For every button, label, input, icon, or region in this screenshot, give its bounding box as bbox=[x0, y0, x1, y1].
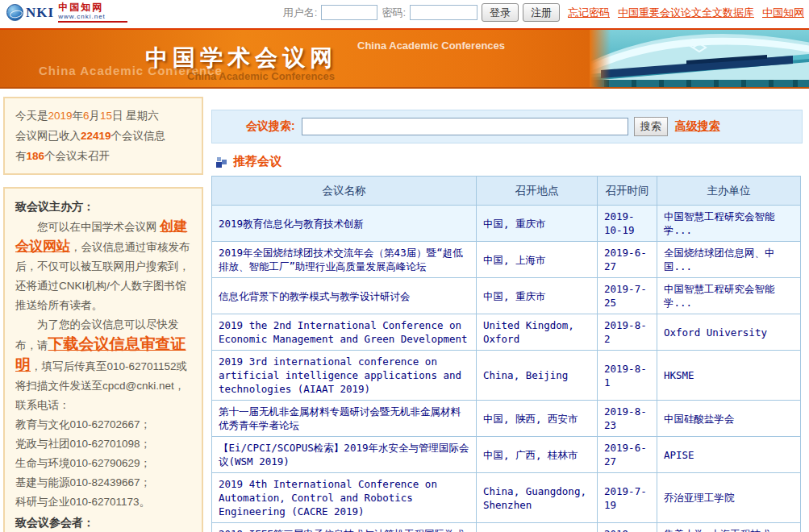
conference-table: 会议名称 召开地点 召开时间 主办单位 2019教育信息化与教育技术创新中国, … bbox=[211, 176, 801, 532]
conference-organizer-cell: Oxford University bbox=[657, 314, 801, 351]
conference-row: 2019 the 2nd International Conference on… bbox=[212, 314, 801, 351]
username-input[interactable] bbox=[321, 5, 377, 20]
advanced-search-link[interactable]: 高级搜索 bbox=[675, 119, 720, 134]
text-segment: 186 bbox=[27, 150, 45, 162]
attendee-notice-heading: 致会议参会者： bbox=[15, 512, 191, 532]
site-banner: China Academic Conferences China Academi… bbox=[0, 28, 809, 89]
conference-date-cell: 2019-8-2 bbox=[598, 314, 657, 351]
conference-name-cell: 2019 IEEE第三届电子信息技术与计算机工程国际学术会议（EITCE 201… bbox=[212, 523, 477, 532]
text-segment: 6 bbox=[83, 110, 90, 122]
conference-name-link[interactable]: 信息化背景下的教学模式与教学设计研讨会 bbox=[219, 290, 411, 302]
conference-date-cell: 2019-7-19 bbox=[598, 473, 657, 523]
main-content: 会议搜索: 搜索 高级搜索 推荐会议 会议名称 召开地点 召开时间 主办单位 2… bbox=[211, 93, 803, 532]
column-header-name: 会议名称 bbox=[212, 177, 477, 206]
stats-line-total: 会议网已收入22419个会议信息 bbox=[15, 126, 191, 146]
conference-row: 信息化背景下的教学模式与教学设计研讨会中国, 重庆市2019-7-25中国智慧工… bbox=[212, 278, 801, 314]
conference-search-input[interactable] bbox=[302, 118, 628, 135]
text-segment: 日 星期六 bbox=[112, 110, 159, 122]
site-title: 中国学术会议网 bbox=[145, 43, 337, 73]
text-segment: 个会议未召开 bbox=[44, 150, 110, 162]
conference-date-cell: 2019-7-25 bbox=[598, 278, 657, 314]
left-sidebar: 今天是2019年6月15日 星期六 会议网已收入22419个会议信息 有186个… bbox=[3, 97, 203, 532]
conference-row: 【Ei/CPCI/SCOPUS检索】2019年水安全与管理国际会议(WSM 20… bbox=[212, 437, 801, 473]
organizer-notice-paragraph-1: 您可以在中国学术会议网 创建会议网站，会议信息通过审核发布后，不仅可以被互联网用… bbox=[15, 217, 191, 315]
conference-organizer-cell: APISE bbox=[657, 437, 801, 473]
conference-row: 2019 IEEE第三届电子信息技术与计算机工程国际学术会议（EITCE 201… bbox=[212, 523, 801, 532]
text-segment: 今天是 bbox=[15, 110, 48, 122]
conference-name-link[interactable]: 【Ei/CPCI/SCOPUS检索】2019年水安全与管理国际会议(WSM 20… bbox=[219, 442, 469, 468]
conference-name-link[interactable]: 第十一届无机非金属材料专题研讨会暨无机非金属材料优秀青年学者论坛 bbox=[219, 405, 461, 431]
conference-place-cell: 中国, 福建, 厦门市 bbox=[477, 523, 598, 532]
text-segment: 年 bbox=[73, 110, 84, 122]
username-label: 用户名: bbox=[283, 6, 318, 20]
password-input[interactable] bbox=[410, 5, 477, 20]
conference-organizer-cell: 集美大学;上海工程技术大... bbox=[657, 523, 801, 532]
conference-search-bar: 会议搜索: 搜索 高级搜索 bbox=[211, 110, 803, 143]
register-button[interactable]: 注册 bbox=[523, 3, 560, 22]
conference-place-cell: China, Beijing bbox=[477, 351, 598, 401]
cnki-globe-icon bbox=[6, 4, 23, 21]
conference-name-cell: 第十一届无机非金属材料专题研讨会暨无机非金属材料优秀青年学者论坛 bbox=[212, 401, 477, 437]
conference-place-cell: 中国, 广西, 桂林市 bbox=[477, 437, 598, 473]
section-squares-icon bbox=[216, 156, 227, 168]
organizer-notice-heading: 致会议主办方： bbox=[15, 196, 191, 217]
conference-name-link[interactable]: 2019教育信息化与教育技术创新 bbox=[219, 218, 364, 230]
cnki-logo-nki: NKI bbox=[26, 5, 54, 21]
column-header-place: 召开地点 bbox=[477, 177, 598, 206]
text-segment: ，填写后传真至010-62701152或将扫描文件发送至cpcd@cnki.ne… bbox=[15, 360, 187, 411]
conference-place-cell: United Kingdom, Oxford bbox=[477, 314, 598, 351]
forgot-password-link[interactable]: 忘记密码 bbox=[568, 6, 610, 20]
conference-organizer-cell: HKSME bbox=[657, 351, 801, 401]
conference-name-cell: 2019年全国烧结球团技术交流年会（第43届）暨“超低排放、智能工厂”助理行业高… bbox=[212, 242, 477, 278]
notice-box: 致会议主办方： 您可以在中国学术会议网 创建会议网站，会议信息通过审核发布后，不… bbox=[3, 187, 203, 532]
column-header-organizer: 主办单位 bbox=[657, 177, 801, 206]
phone-line: 生命与环境010-62790629； bbox=[15, 454, 191, 473]
stats-box: 今天是2019年6月15日 星期六 会议网已收入22419个会议信息 有186个… bbox=[3, 97, 203, 175]
conference-place-cell: 中国, 重庆市 bbox=[477, 278, 598, 314]
text-segment: 您可以在中国学术会议网 bbox=[15, 221, 160, 233]
conference-date-cell: 2019-6-27 bbox=[598, 242, 657, 278]
text-segment: 有 bbox=[15, 150, 27, 162]
conference-proceedings-db-link[interactable]: 中国重要会议论文全文数据库 bbox=[618, 6, 754, 20]
column-header-date: 召开时间 bbox=[598, 177, 657, 206]
cnki-home-link[interactable]: 中国知网 bbox=[762, 6, 804, 20]
conference-organizer-cell: 乔治亚理工学院 bbox=[657, 473, 801, 523]
top-bar: NKI 中国知网 www.cnki.net 用户名: 密码: 登录 注册 忘记密… bbox=[0, 0, 809, 28]
search-label: 会议搜索: bbox=[246, 119, 295, 134]
conference-date-cell: 2019-6-27 bbox=[598, 437, 657, 473]
conference-name-cell: 2019教育信息化与教育技术创新 bbox=[212, 206, 477, 242]
cnki-logo-chinese: 中国知网 bbox=[58, 2, 127, 12]
conference-name-cell: 【Ei/CPCI/SCOPUS检索】2019年水安全与管理国际会议(WSM 20… bbox=[212, 437, 477, 473]
stats-line-upcoming: 有186个会议未召开 bbox=[15, 146, 191, 166]
cnki-logo[interactable]: NKI 中国知网 www.cnki.net bbox=[6, 2, 127, 23]
conference-name-link[interactable]: 2019 the 2nd International Conference on… bbox=[219, 319, 468, 345]
phone-line: 教育与文化010-62702667； bbox=[15, 415, 191, 434]
conference-name-link[interactable]: 2019 4th International Conference on Aut… bbox=[219, 478, 437, 517]
conference-place-cell: 中国, 重庆市 bbox=[477, 206, 598, 242]
phone-line: 党政与社团010-62701098； bbox=[15, 434, 191, 454]
conference-date-cell: 2019-10-18 bbox=[598, 523, 657, 532]
conference-row: 第十一届无机非金属材料专题研讨会暨无机非金属材料优秀青年学者论坛中国, 陕西, … bbox=[212, 401, 801, 437]
conference-place-cell: China, Guangdong, Shenzhen bbox=[477, 473, 598, 523]
phone-line: 基建与能源010-82439667； bbox=[15, 473, 191, 493]
recommended-conferences-title: 推荐会议 bbox=[233, 154, 281, 169]
login-button[interactable]: 登录 bbox=[482, 3, 519, 22]
table-header-row: 会议名称 召开地点 召开时间 主办单位 bbox=[212, 177, 801, 206]
conference-date-cell: 2019-10-19 bbox=[598, 206, 657, 242]
text-segment: 2019 bbox=[48, 110, 73, 122]
conference-place-cell: 中国, 陕西, 西安市 bbox=[477, 401, 598, 437]
cnki-logo-url: www.cnki.net bbox=[58, 14, 127, 20]
conference-name-cell: 2019 3rd international conference on art… bbox=[212, 351, 477, 401]
text-segment: 22419 bbox=[81, 130, 111, 142]
conference-row: 2019年全国烧结球团技术交流年会（第43届）暨“超低排放、智能工厂”助理行业高… bbox=[212, 242, 801, 278]
phone-line: 科研与企业010-62701173。 bbox=[15, 493, 191, 512]
conference-name-link[interactable]: 2019 IEEE第三届电子信息技术与计算机工程国际学术会议（EITCE 201… bbox=[219, 528, 465, 532]
conference-organizer-cell: 中国硅酸盐学会 bbox=[657, 401, 801, 437]
conference-name-link[interactable]: 2019年全国烧结球团技术交流年会（第43届）暨“超低排放、智能工厂”助理行业高… bbox=[219, 247, 463, 272]
conference-row: 2019 3rd international conference on art… bbox=[212, 351, 801, 401]
conference-name-link[interactable]: 2019 3rd international conference on art… bbox=[219, 355, 461, 395]
search-button[interactable]: 搜索 bbox=[634, 117, 668, 136]
conference-organizer-cell: 中国智慧工程研究会智能学... bbox=[657, 278, 801, 314]
password-label: 密码: bbox=[382, 6, 406, 20]
text-segment: 个会议信息 bbox=[111, 130, 166, 142]
